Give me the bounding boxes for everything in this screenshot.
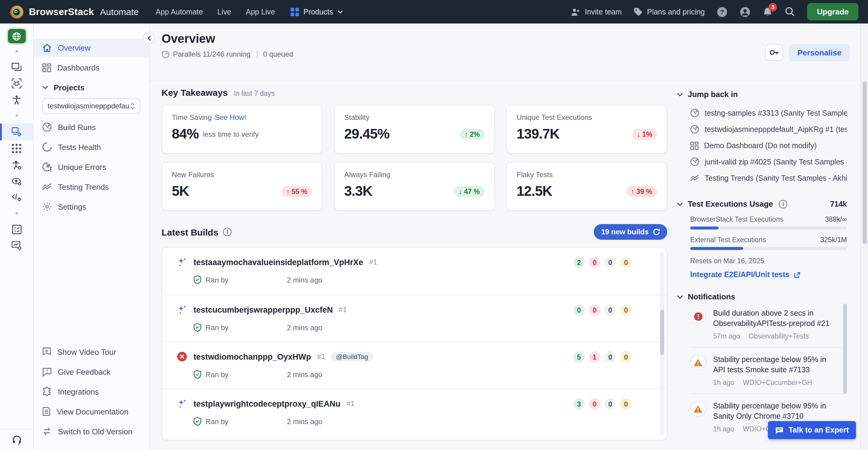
notification-item[interactable]: Build duration above 2 secs in Observabi… bbox=[690, 301, 847, 347]
sidebar-item-give-feedback[interactable]: Give Feedback bbox=[34, 363, 149, 381]
jump-item-label: junit-valid zip #4025 (Sanity Test Sampl… bbox=[705, 158, 847, 166]
sidebar-item-label: Unique Errors bbox=[58, 162, 106, 171]
ai-sparkles-icon bbox=[177, 257, 187, 267]
build-row[interactable]: testcucumberjswrapperppp_UxcfeN #1 0 0 0… bbox=[162, 295, 667, 342]
notification-item[interactable]: Stability percentage below 95% in API te… bbox=[690, 347, 847, 393]
new-builds-button[interactable]: 19 new builds bbox=[594, 224, 667, 240]
jump-item[interactable]: testwdiojasminepppdefault_AipKRg #1 (tes… bbox=[690, 121, 847, 137]
build-name[interactable]: testwdiomochanppp_OyxHWp bbox=[193, 352, 311, 361]
sidebar-item-testing-trends[interactable]: Testing Trends bbox=[34, 178, 149, 196]
nav-link-live[interactable]: Live bbox=[217, 7, 231, 16]
builds-scrollbar-thumb[interactable] bbox=[660, 310, 664, 355]
rail-separator-dot bbox=[16, 212, 18, 215]
notifications-header[interactable]: Notifications bbox=[677, 292, 847, 301]
other-count: 0 bbox=[620, 398, 632, 410]
sidebar-item-view-documentation[interactable]: View Documentation bbox=[34, 403, 149, 420]
delta-badge-up: ↑55 % bbox=[281, 186, 312, 197]
build-name[interactable]: testaaaymochavalueinsideplatform_VpHrXe bbox=[193, 258, 363, 266]
browser-icon[interactable] bbox=[0, 59, 33, 75]
products-menu[interactable]: Products bbox=[291, 7, 343, 16]
project-selector-value: testwdiojasminepppdefau... bbox=[48, 102, 130, 110]
sidebar-item-overview[interactable]: Overview bbox=[34, 38, 149, 57]
bug-scan-icon[interactable] bbox=[0, 75, 33, 92]
home-icon bbox=[42, 43, 52, 52]
sidebar-item-label: Testing Trends bbox=[58, 182, 109, 191]
notification-title[interactable]: Build duration above 2 secs in Observabi… bbox=[713, 309, 838, 329]
info-icon[interactable]: i bbox=[223, 228, 231, 236]
card-new-failures: New Failures 5K ↑55 % bbox=[161, 162, 322, 211]
build-row[interactable]: testaaaymochavalueinsideplatform_VpHrXe … bbox=[162, 248, 667, 295]
nav-link-app-automate[interactable]: App Automate bbox=[156, 7, 203, 16]
notification-tag: Observability+Tests bbox=[749, 332, 809, 340]
upgrade-button[interactable]: Upgrade bbox=[807, 3, 858, 21]
sidebar-item-tests-health[interactable]: Tests Health bbox=[34, 138, 149, 156]
user-settings-icon[interactable] bbox=[0, 157, 33, 173]
notification-title[interactable]: Stability percentage below 95% in API te… bbox=[713, 355, 838, 375]
sidebar-item-unique-errors[interactable]: Unique Errors bbox=[34, 158, 149, 176]
code-settings-icon[interactable] bbox=[0, 189, 33, 205]
jump-item[interactable]: Demo Dashboard (Do not modify) bbox=[690, 137, 847, 154]
sidebar-item-label: Tests Health bbox=[58, 142, 101, 152]
help-button[interactable]: ? bbox=[717, 6, 728, 17]
sidebar-item-settings[interactable]: Settings bbox=[34, 198, 149, 216]
jump-back-in-header[interactable]: Jump back in bbox=[677, 90, 847, 99]
video-tour-icon bbox=[42, 347, 51, 357]
plans-pricing-button[interactable]: Plans and pricing bbox=[634, 7, 705, 16]
notifications-scrollbar-thumb[interactable] bbox=[843, 303, 847, 394]
talk-to-expert-button[interactable]: Talk to an Expert bbox=[768, 421, 856, 439]
sidebar-item-show-video-tour[interactable]: Show Video Tour bbox=[34, 343, 149, 361]
nav-link-app-live[interactable]: App Live bbox=[246, 7, 275, 16]
jump-item[interactable]: Testing Trends (Sanity Test Samples - Ak… bbox=[690, 170, 847, 186]
jump-item[interactable]: testng-samples #3313 (Sanity Test Sample… bbox=[690, 105, 847, 121]
jump-item[interactable]: junit-valid zip #4025 (Sanity Test Sampl… bbox=[690, 154, 847, 170]
headset-icon[interactable] bbox=[0, 429, 33, 450]
sidebar-section-projects[interactable]: Projects bbox=[34, 78, 149, 96]
checklist-icon[interactable] bbox=[0, 221, 33, 237]
access-key-button[interactable] bbox=[765, 44, 783, 61]
page-scrollbar-thumb[interactable] bbox=[863, 81, 867, 244]
chat-icon bbox=[775, 426, 784, 434]
build-time: 2 mins ago bbox=[287, 370, 322, 379]
notifications-bell-button[interactable]: 3 bbox=[763, 6, 773, 17]
queued-text: 0 queued bbox=[263, 50, 293, 58]
failed-count: 1 bbox=[589, 351, 600, 363]
accessibility-icon[interactable] bbox=[0, 92, 33, 108]
see-how-link[interactable]: See How! bbox=[215, 113, 246, 122]
trends-icon bbox=[690, 175, 699, 181]
build-counts: 2 0 0 0 bbox=[573, 257, 632, 268]
chevron-down-icon bbox=[677, 93, 683, 96]
delta-badge-up: ↑39 % bbox=[626, 186, 657, 197]
invite-team-button[interactable]: Invite team bbox=[571, 7, 621, 16]
rail-separator-dot bbox=[16, 115, 18, 117]
search-button[interactable] bbox=[785, 7, 795, 17]
build-name[interactable]: testplaywrightcodeceptproxy_qIEANu bbox=[193, 399, 341, 408]
card-label: Time Saving bbox=[172, 113, 212, 122]
grid-apps-icon[interactable] bbox=[0, 140, 33, 157]
build-row[interactable]: testplaywrightcodeceptproxy_qIEANu #1 3 … bbox=[162, 389, 667, 436]
sidebar-item-switch-old-version[interactable]: Switch to Old Version bbox=[34, 422, 149, 440]
build-row[interactable]: testwdiomochanppp_OyxHWp #1 @BuildTag 5 … bbox=[162, 342, 667, 389]
sidebar-item-integrations[interactable]: Integrations bbox=[34, 383, 149, 400]
info-icon[interactable]: i bbox=[779, 200, 787, 208]
device-settings-icon[interactable] bbox=[0, 124, 33, 140]
warning-icon bbox=[690, 355, 706, 371]
build-name[interactable]: testcucumberjswrapperppp_UxcfeN bbox=[193, 305, 333, 314]
sidebar-collapse-button[interactable] bbox=[143, 32, 155, 44]
usage-header[interactable]: Test Executions Usage i 714k bbox=[677, 199, 847, 208]
dashboards-icon bbox=[42, 63, 51, 72]
eye-settings-icon[interactable] bbox=[0, 173, 33, 189]
skipped-count: 0 bbox=[604, 398, 616, 410]
brand[interactable]: BrowserStack Automate bbox=[10, 4, 138, 19]
personalise-button[interactable]: Personalise bbox=[789, 44, 850, 61]
sidebar-item-build-runs[interactable]: Build Runs bbox=[34, 118, 149, 136]
ran-by-label: Ran by bbox=[206, 323, 228, 332]
account-avatar[interactable] bbox=[740, 6, 751, 17]
globe-icon[interactable] bbox=[7, 29, 26, 43]
chart-settings-icon[interactable] bbox=[0, 237, 33, 254]
notification-title[interactable]: Stability percentage below 95% in Sanity… bbox=[713, 401, 838, 422]
sidebar-item-dashboards[interactable]: Dashboards bbox=[34, 58, 149, 76]
tag-icon bbox=[634, 7, 643, 16]
project-selector[interactable]: testwdiojasminepppdefau... bbox=[42, 98, 141, 114]
rail-separator-dot bbox=[16, 50, 18, 53]
integrate-tests-link[interactable]: Integrate E2E/API/Unit tests bbox=[690, 270, 847, 279]
